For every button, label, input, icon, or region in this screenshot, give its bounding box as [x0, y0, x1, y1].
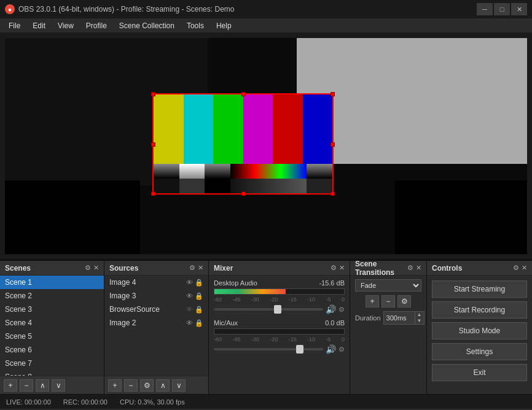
menu-edit[interactable]: Edit: [26, 20, 52, 31]
studio-mode-button[interactable]: Studio Mode: [432, 322, 527, 339]
scene-item-1[interactable]: Scene 1: [0, 276, 104, 289]
mixer-mute-desktop[interactable]: 🔊: [326, 304, 336, 314]
transitions-panel-icons: ⚙ ✕: [407, 264, 421, 272]
scene-item-4[interactable]: Scene 4: [0, 316, 104, 330]
controls-panel: Controls ⚙ ✕ Start Streaming Start Recor…: [427, 261, 532, 394]
scenes-add-button[interactable]: +: [4, 379, 17, 392]
transitions-config-icon[interactable]: ⚙: [407, 264, 413, 272]
mixer-level-mic-bg: [214, 328, 345, 335]
handle-mr[interactable]: [331, 142, 335, 147]
maximize-button[interactable]: □: [494, 3, 510, 15]
handle-tm[interactable]: [241, 92, 246, 96]
scenes-config-icon[interactable]: ⚙: [85, 264, 91, 272]
minimize-button[interactable]: ─: [477, 3, 493, 15]
mixer-fader-mic[interactable]: [214, 348, 323, 350]
close-button[interactable]: ✕: [511, 3, 527, 15]
mixer-fader-mic-thumb[interactable]: [296, 345, 303, 354]
mixer-panel-icons: ⚙ ✕: [331, 264, 345, 272]
transitions-type-select[interactable]: Fade Cut Swipe Slide: [355, 279, 421, 292]
controls-config-icon[interactable]: ⚙: [513, 264, 519, 272]
source-lock-icon-image3[interactable]: 🔒: [195, 292, 203, 300]
handle-br[interactable]: [331, 191, 335, 196]
menu-tools[interactable]: Tools: [181, 20, 210, 31]
transitions-remove-button[interactable]: −: [381, 295, 395, 308]
menu-scene-collection[interactable]: Scene Collection: [113, 20, 181, 31]
duration-row: Duration ▲ ▼: [355, 311, 421, 325]
source-eye-icon-image3[interactable]: 👁: [186, 292, 193, 300]
duration-input[interactable]: [384, 314, 415, 322]
bottom-panels: Scenes ⚙ ✕ Scene 1 Scene 2 Scene 3 Scene…: [0, 260, 532, 394]
transitions-close-icon[interactable]: ✕: [416, 264, 421, 272]
handle-tr[interactable]: [331, 92, 335, 96]
settings-button[interactable]: Settings: [432, 343, 527, 360]
mixer-channel-mic-name: Mic/Aux: [214, 319, 238, 327]
mixer-channel-desktop-db: -15.6 dB: [319, 279, 345, 287]
cb-yellow: [154, 95, 184, 164]
transitions-panel-title: Scene Transitions: [355, 261, 407, 277]
scenes-up-button[interactable]: ∧: [36, 379, 49, 392]
sources-close-icon[interactable]: ✕: [198, 264, 203, 272]
handle-bl[interactable]: [151, 191, 155, 196]
source-eye-icon-image2[interactable]: 👁: [186, 319, 193, 327]
sources-remove-button[interactable]: −: [124, 379, 138, 392]
cb-magenta: [243, 95, 273, 164]
scene-item-8[interactable]: Scene 8: [0, 370, 104, 376]
app-icon: ●: [5, 4, 15, 14]
controls-close-icon[interactable]: ✕: [522, 264, 527, 272]
layer-black-bottomleft: [5, 180, 140, 254]
source-icons-image2: 👁 🔒: [186, 319, 203, 327]
menu-help[interactable]: Help: [210, 20, 238, 31]
scene-item-6[interactable]: Scene 6: [0, 343, 104, 357]
scene-item-3[interactable]: Scene 3: [0, 303, 104, 316]
sources-settings-button[interactable]: ⚙: [140, 379, 154, 392]
mixer-close-icon[interactable]: ✕: [339, 264, 345, 272]
source-item-image2[interactable]: Image 2 👁 🔒: [104, 316, 208, 330]
source-lock-icon-image2[interactable]: 🔒: [195, 319, 203, 327]
menu-file[interactable]: File: [2, 20, 26, 31]
start-streaming-button[interactable]: Start Streaming: [432, 280, 527, 298]
mixer-settings-desktop[interactable]: ⚙: [338, 306, 345, 314]
mixer-fader-desktop[interactable]: [214, 308, 323, 311]
sources-add-button[interactable]: +: [108, 379, 122, 392]
mixer-config-icon[interactable]: ⚙: [331, 264, 337, 272]
mixer-fader-desktop-thumb[interactable]: [274, 305, 281, 314]
sources-config-icon[interactable]: ⚙: [189, 264, 195, 272]
mixer-panel-title: Mixer: [214, 264, 233, 273]
handle-ml[interactable]: [151, 142, 155, 147]
handle-bm[interactable]: [241, 191, 246, 196]
source-item-browser[interactable]: BrowserSource 👁 🔒: [104, 303, 208, 316]
mixer-panel-header: Mixer ⚙ ✕: [209, 261, 350, 276]
mixer-channel-desktop-header: Desktop Audio -15.6 dB: [214, 279, 345, 287]
scenes-panel-footer: + − ∧ ∨: [0, 376, 104, 394]
scene-item-2[interactable]: Scene 2: [0, 289, 104, 303]
exit-button[interactable]: Exit: [432, 364, 527, 381]
transitions-settings-button[interactable]: ⚙: [397, 295, 411, 308]
duration-up-button[interactable]: ▲: [415, 312, 424, 318]
scenes-down-button[interactable]: ∨: [52, 379, 65, 392]
mixer-channel-desktop: Desktop Audio -15.6 dB -60 -45 -30 -20 -…: [214, 279, 345, 314]
scene-item-5[interactable]: Scene 5: [0, 330, 104, 343]
duration-down-button[interactable]: ▼: [415, 318, 424, 324]
source-item-image4[interactable]: Image 4 👁 🔒: [104, 276, 208, 289]
scenes-remove-button[interactable]: −: [20, 379, 33, 392]
color-bars[interactable]: [152, 93, 334, 195]
menu-profile[interactable]: Profile: [80, 20, 113, 31]
source-icons-image4: 👁 🔒: [186, 279, 203, 287]
mixer-settings-mic[interactable]: ⚙: [338, 346, 345, 354]
source-lock-icon-browser[interactable]: 🔒: [195, 306, 203, 314]
scenes-panel-icons: ⚙ ✕: [85, 264, 99, 272]
handle-tl[interactable]: [151, 92, 155, 96]
source-eye-icon-browser[interactable]: 👁: [186, 306, 193, 313]
source-lock-icon-image4[interactable]: 🔒: [195, 279, 203, 287]
sources-down-button[interactable]: ∨: [172, 379, 186, 392]
source-item-image3[interactable]: Image 3 👁 🔒: [104, 289, 208, 303]
mixer-fader-desktop-row: 🔊 ⚙: [214, 304, 345, 314]
scene-item-7[interactable]: Scene 7: [0, 357, 104, 370]
source-eye-icon-image4[interactable]: 👁: [186, 279, 193, 286]
sources-up-button[interactable]: ∧: [156, 379, 170, 392]
mixer-mute-mic[interactable]: 🔊: [326, 344, 336, 354]
scenes-close-icon[interactable]: ✕: [93, 264, 99, 272]
start-recording-button[interactable]: Start Recording: [432, 301, 527, 319]
menu-view[interactable]: View: [52, 20, 80, 31]
transitions-add-button[interactable]: +: [366, 295, 379, 308]
